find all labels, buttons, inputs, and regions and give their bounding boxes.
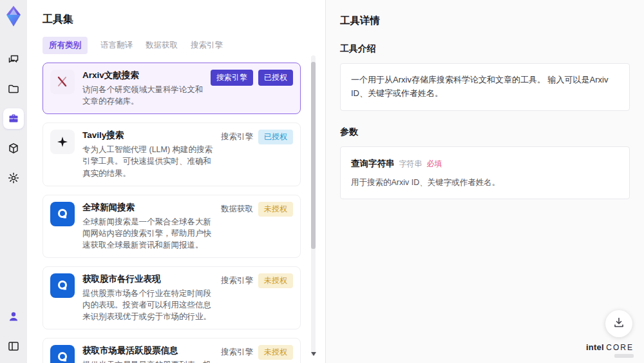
gear-icon: [7, 172, 20, 184]
category-badge: 搜索引擎: [221, 347, 253, 358]
intro-box: 一个用于从Arxiv存储库搜索科学论文和文章的工具。 输入可以是Arxiv ID…: [340, 63, 630, 111]
sidebar-item-chat[interactable]: [3, 49, 24, 70]
category-badge: 搜索引擎: [211, 70, 253, 86]
status-badge: 未授权: [258, 273, 293, 288]
sidebar-item-account[interactable]: [3, 306, 24, 327]
tool-name: Tavily搜索: [82, 130, 217, 141]
download-button[interactable]: [605, 310, 632, 337]
user-icon: [7, 310, 20, 323]
param-type: 字符串: [399, 158, 422, 170]
tool-description: 提供当天交易量最高的股票列表，投资者可以利用这些信息来识别流动性强的股票和潜在的…: [82, 359, 217, 363]
category-badge: 搜索引擎: [221, 132, 253, 142]
status-badge: 未授权: [258, 345, 293, 360]
briefcase-icon: [7, 112, 20, 125]
param-box: 查询字符串 字符串 必填 用于搜索的Arxiv ID、关键字或作者姓名。: [340, 146, 630, 200]
tab-language-translation[interactable]: 语言翻译: [100, 37, 133, 54]
tool-description: 全球新闻搜索是一个聚合全球各大新闻网站内容的搜索引擎，帮助用户快速获取全球最新资…: [82, 216, 217, 251]
left-rail: [0, 0, 27, 363]
tab-data-acquisition[interactable]: 数据获取: [146, 37, 178, 54]
intel-logo-text: intel: [586, 342, 604, 352]
intro-section-title: 工具介绍: [340, 43, 630, 55]
tool-name: 获取市场最活跃股票信息: [82, 345, 217, 357]
app-window: 工具集 所有类别 语言翻译 数据获取 搜索引擎 Arxiv文献搜索 访问各个研究…: [0, 0, 644, 363]
param-name: 查询字符串: [351, 157, 395, 171]
category-badge: 数据获取: [221, 204, 253, 215]
sidebar-item-collapse[interactable]: [3, 336, 24, 357]
tool-card-arxiv[interactable]: Arxiv文献搜索 访问各个研究领域大量科学论文和文章的存储库。 搜索引擎 已授…: [43, 63, 301, 114]
tool-card-tavily[interactable]: Tavily搜索 专为人工智能代理 (LLM) 构建的搜索引擎工具。可快速提供实…: [43, 123, 301, 186]
category-badge: 搜索引擎: [221, 275, 253, 286]
intel-core-logo: intel CORE: [586, 343, 634, 358]
download-icon: [612, 316, 625, 331]
tool-list-scrollbar[interactable]: [311, 55, 316, 356]
scrollbar-down-arrow-icon[interactable]: [311, 352, 316, 356]
sidebar-item-folder[interactable]: [3, 79, 24, 99]
panel-toggle-icon: [7, 340, 20, 353]
status-badge: 已授权: [258, 70, 293, 86]
folder-icon: [7, 83, 20, 95]
news-q-icon: [50, 345, 75, 363]
arxiv-logo-icon: [50, 70, 75, 94]
tab-search-engine[interactable]: 搜索引擎: [191, 37, 223, 54]
gem-logo-icon: [4, 5, 23, 27]
param-description: 用于搜索的Arxiv ID、关键字或作者姓名。: [351, 176, 619, 189]
tool-name: Arxiv文献搜索: [82, 70, 207, 81]
tool-card-global-news[interactable]: 全球新闻搜索 全球新闻搜索是一个聚合全球各大新闻网站内容的搜索引擎，帮助用户快速…: [43, 195, 301, 258]
category-tabs: 所有类别 语言翻译 数据获取 搜索引擎: [43, 37, 310, 54]
page-title: 工具集: [43, 13, 310, 26]
params-section-title: 参数: [340, 126, 630, 138]
tools-panel: 工具集 所有类别 语言翻译 数据获取 搜索引擎 Arxiv文献搜索 访问各个研究…: [27, 0, 326, 363]
tool-card-most-active-stocks[interactable]: 获取市场最活跃股票信息 提供当天交易量最高的股票列表，投资者可以利用这些信息来识…: [43, 338, 301, 363]
tool-name: 全球新闻搜索: [82, 202, 217, 213]
intro-text: 一个用于从Arxiv存储库搜索科学论文和文章的工具。 输入可以是Arxiv ID…: [351, 75, 608, 98]
news-q-icon: [50, 202, 75, 226]
status-badge: 已授权: [258, 130, 293, 144]
tool-description: 提供股票市场各个行业在特定时间段内的表现。投资者可以利用这些信息来识别表现优于或…: [82, 288, 217, 322]
cube-icon: [7, 142, 20, 155]
tab-all-categories[interactable]: 所有类别: [43, 37, 88, 54]
tool-description: 专为人工智能代理 (LLM) 构建的搜索引擎工具。可快速提供实时、准确和真实的结…: [82, 144, 217, 179]
tool-name: 获取股市各行业表现: [82, 273, 217, 285]
status-badge: 未授权: [258, 202, 293, 217]
tool-detail-panel: 工具详情 工具介绍 一个用于从Arxiv存储库搜索科学论文和文章的工具。 输入可…: [326, 0, 644, 363]
tavily-star-icon: [50, 130, 75, 154]
sidebar-item-packages[interactable]: [3, 138, 24, 159]
sidebar-item-settings[interactable]: [3, 168, 24, 188]
scrollbar-thumb[interactable]: [311, 62, 316, 249]
tool-card-sector-performance[interactable]: 获取股市各行业表现 提供股票市场各个行业在特定时间段内的表现。投资者可以利用这些…: [43, 266, 301, 329]
news-q-icon: [50, 273, 75, 298]
tool-list: Arxiv文献搜索 访问各个研究领域大量科学论文和文章的存储库。 搜索引擎 已授…: [43, 63, 310, 363]
tool-description: 访问各个研究领域大量科学论文和文章的存储库。: [82, 84, 207, 107]
sidebar-item-toolbox[interactable]: [3, 108, 24, 129]
brand-subtext-blur: [614, 354, 634, 358]
chat-icon: [7, 53, 20, 66]
detail-title: 工具详情: [340, 14, 630, 28]
param-required-badge: 必填: [427, 158, 442, 170]
core-logo-text: CORE: [606, 343, 634, 352]
